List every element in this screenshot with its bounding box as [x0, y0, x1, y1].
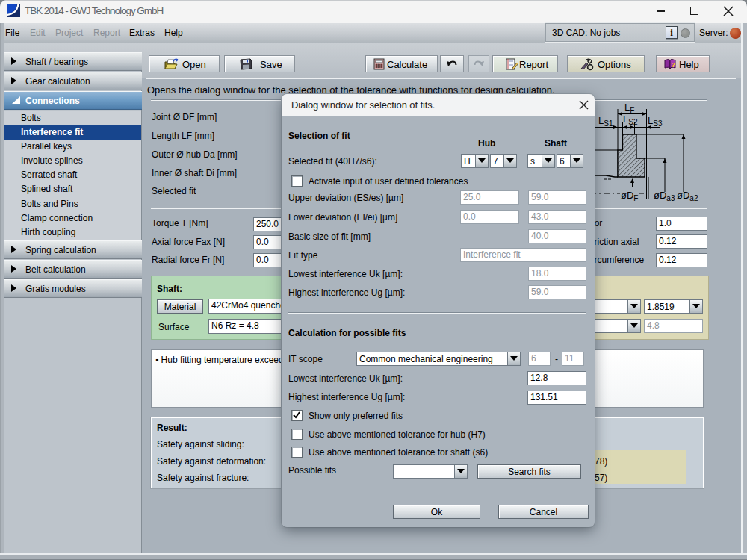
svg-text:LS2: LS2	[623, 113, 638, 126]
svg-text:LS1: LS1	[598, 115, 613, 128]
svg-text:øDa2: øDa2	[677, 190, 698, 202]
svg-text:LF: LF	[624, 102, 634, 114]
svg-text:LS3: LS3	[648, 115, 663, 128]
svg-text:øDF: øDF	[621, 190, 638, 202]
svg-text:øDa3: øDa3	[654, 190, 675, 202]
svg-text:?: ?	[672, 61, 676, 69]
